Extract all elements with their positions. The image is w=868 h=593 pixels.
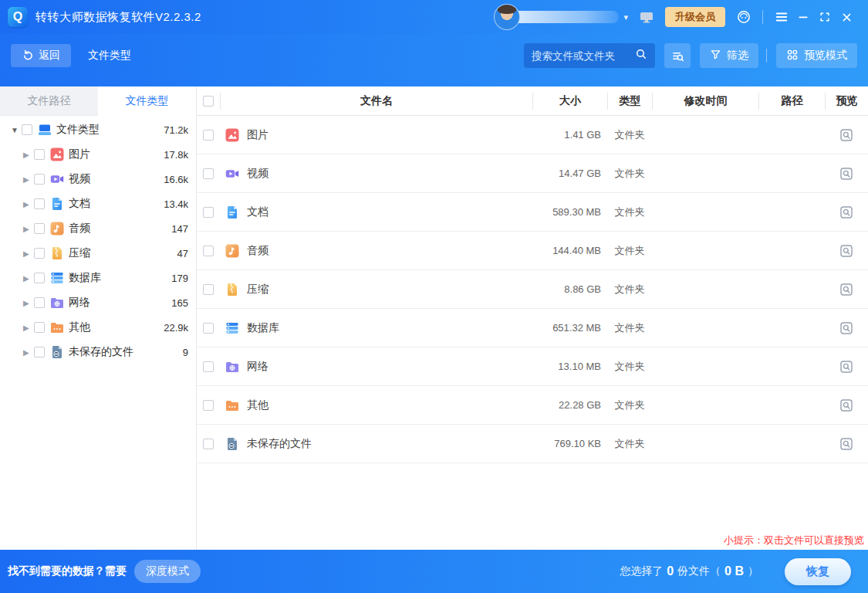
checkbox[interactable] [34, 248, 45, 259]
table-row[interactable]: 网络13.10 MB文件夹 [197, 347, 868, 386]
customer-service-icon[interactable] [733, 6, 755, 28]
checkbox[interactable] [34, 198, 45, 209]
table-row[interactable]: 压缩8.86 GB文件夹 [197, 270, 868, 309]
expand-arrow-icon[interactable]: ▶ [23, 299, 34, 307]
menu-icon[interactable] [771, 6, 792, 28]
expand-arrow-icon[interactable]: ▶ [23, 249, 34, 258]
sidebar-item-zip[interactable]: ▶压缩47 [0, 241, 196, 266]
row-checkbox-cell [197, 246, 220, 256]
upgrade-membership-button[interactable]: 升级会员 [665, 7, 725, 27]
user-avatar[interactable] [494, 4, 520, 30]
checkbox[interactable] [203, 130, 214, 141]
table-row[interactable]: 其他22.28 GB文件夹 [197, 386, 868, 425]
titlebar: Q 转转大师数据恢复软件V2.2.3.2 ▾ 升级会员 [0, 0, 868, 34]
preview-button[interactable] [839, 282, 854, 297]
checkbox[interactable] [203, 207, 214, 218]
checkbox[interactable] [203, 439, 214, 449]
column-header-size[interactable]: 大小 [532, 93, 607, 110]
preview-button[interactable] [839, 205, 854, 220]
preview-cell [825, 205, 868, 220]
tab-file-path[interactable]: 文件路径 [0, 86, 98, 116]
minimize-button[interactable] [792, 6, 814, 28]
search-box[interactable] [524, 43, 655, 68]
expand-arrow-icon[interactable]: ▶ [23, 225, 34, 233]
expand-arrow-icon[interactable]: ▶ [23, 151, 34, 159]
sidebar-item-videos[interactable]: ▶视频16.6k [0, 167, 196, 191]
checkbox[interactable] [34, 174, 45, 185]
column-header-type[interactable]: 类型 [607, 93, 652, 110]
expand-arrow-icon[interactable]: ▶ [23, 175, 34, 184]
tab-file-type[interactable]: 文件类型 [98, 86, 196, 116]
checkbox[interactable] [203, 168, 214, 179]
expand-arrow-icon[interactable]: ▶ [23, 348, 34, 357]
checkbox[interactable] [203, 400, 214, 411]
preview-cell [825, 127, 868, 143]
close-button[interactable] [836, 6, 857, 28]
column-header-preview[interactable]: 预览 [825, 93, 868, 110]
file-table: 文件名 大小 类型 修改时间 路径 预览 图片1.41 GB文件夹视频14.47… [197, 86, 868, 550]
filter-button[interactable]: 筛选 [700, 43, 758, 68]
table-row[interactable]: 未保存的文件769.10 KB文件夹 [197, 425, 868, 463]
deep-mode-button[interactable]: 深度模式 [134, 560, 201, 583]
table-row[interactable]: 音频144.40 MB文件夹 [197, 232, 868, 270]
table-row[interactable]: 数据库651.32 MB文件夹 [197, 309, 868, 347]
checkbox[interactable] [203, 323, 214, 334]
selection-suffix: ） [748, 564, 758, 578]
monitor-icon[interactable] [636, 6, 657, 28]
sidebar-item-docs[interactable]: ▶文档13.4k [0, 191, 196, 216]
checkbox[interactable] [34, 273, 45, 283]
column-header-path[interactable]: 路径 [758, 93, 825, 110]
sidebar-item-unsaved[interactable]: ▶未保存的文件9 [0, 340, 196, 364]
checkbox[interactable] [34, 297, 45, 308]
expand-arrow-icon[interactable]: ▶ [23, 274, 34, 283]
file-name: 压缩 [247, 283, 269, 296]
sidebar-item-images[interactable]: ▶图片17.8k [0, 142, 196, 167]
content-area: 文件路径 文件类型 ▼文件类型71.2k▶图片17.8k▶视频16.6k▶文档1… [0, 86, 868, 550]
sidebar-item-audio[interactable]: ▶音频147 [0, 216, 196, 241]
preview-mode-button[interactable]: 预览模式 [776, 43, 857, 68]
checkbox[interactable] [22, 124, 32, 135]
select-all-checkbox[interactable] [203, 96, 214, 107]
file-size: 651.32 MB [532, 322, 607, 334]
preview-button[interactable] [839, 436, 854, 452]
search-input[interactable] [532, 50, 635, 62]
checkbox[interactable] [34, 322, 45, 333]
back-button[interactable]: 返回 [11, 44, 71, 67]
checkbox[interactable] [203, 246, 214, 256]
preview-button[interactable] [839, 127, 854, 143]
search-icon[interactable] [635, 48, 647, 63]
column-header-name[interactable]: 文件名 [220, 93, 532, 110]
recover-button[interactable]: 恢复 [785, 558, 851, 585]
list-search-button[interactable] [664, 43, 691, 68]
checkbox[interactable] [203, 361, 214, 372]
table-row[interactable]: 文档589.30 MB文件夹 [197, 193, 868, 232]
tree-item-label: 音频 [69, 222, 171, 236]
checkbox[interactable] [34, 347, 45, 357]
maximize-button[interactable] [814, 6, 836, 28]
row-checkbox-cell [197, 439, 220, 449]
table-row[interactable]: 视频14.47 GB文件夹 [197, 154, 868, 193]
checkbox[interactable] [34, 149, 45, 160]
checkbox[interactable] [34, 223, 45, 234]
preview-button[interactable] [839, 166, 854, 181]
sidebar-item-network[interactable]: ▶网络165 [0, 290, 196, 315]
checkbox[interactable] [203, 284, 214, 295]
preview-button[interactable] [839, 359, 854, 374]
column-header-mtime[interactable]: 修改时间 [652, 93, 758, 110]
preview-button[interactable] [839, 320, 854, 336]
sidebar-item-file-types[interactable]: ▼文件类型71.2k [0, 117, 196, 142]
table-row[interactable]: 图片1.41 GB文件夹 [197, 116, 868, 154]
tree-item-label: 其他 [69, 320, 164, 334]
unsaved-icon [49, 344, 65, 360]
app-window: Q 转转大师数据恢复软件V2.2.3.2 ▾ 升级会员 [0, 0, 868, 593]
expand-arrow-icon[interactable]: ▶ [23, 324, 34, 332]
account-chevron-down-icon[interactable]: ▾ [623, 12, 628, 22]
preview-button[interactable] [839, 398, 854, 413]
sidebar-item-database[interactable]: ▶数据库179 [0, 266, 196, 290]
preview-button[interactable] [839, 243, 854, 259]
expand-arrow-icon[interactable]: ▶ [23, 200, 34, 208]
tree-item-label: 视频 [69, 172, 164, 186]
collapse-arrow-icon[interactable]: ▼ [11, 126, 22, 134]
sidebar-item-other[interactable]: ▶其他22.9k [0, 315, 196, 340]
tree-item-count: 165 [171, 297, 188, 309]
